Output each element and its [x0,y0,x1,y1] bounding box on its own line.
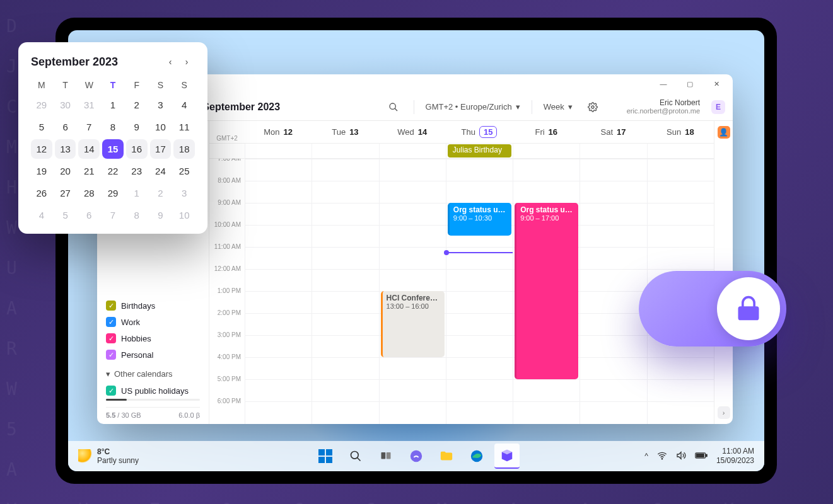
proton-calendar-icon[interactable] [494,444,520,469]
mini-cal-day[interactable]: 3 [150,95,172,115]
mini-cal-day[interactable]: 18 [173,139,195,159]
calendar-item[interactable]: ✓Hobbies [106,330,200,346]
chat-icon[interactable] [404,444,429,469]
mini-cal-day[interactable]: 4 [173,95,195,115]
day-column[interactable]: Org status upd…9:00 – 10:30 [446,159,513,424]
calendar-checkbox[interactable]: ✓ [106,386,116,396]
minimize-button[interactable]: — [651,75,676,93]
maximize-button[interactable]: ▢ [677,75,702,93]
calendar-item[interactable]: ✓Birthdays [106,297,200,314]
mini-cal-day[interactable]: 14 [78,139,100,159]
mini-cal-day[interactable]: 3 [173,183,195,203]
mini-cal-day[interactable]: 2 [150,183,172,203]
calendar-checkbox[interactable]: ✓ [106,350,116,360]
day-header[interactable]: Sun 18 [647,121,714,143]
privacy-lock-toggle[interactable] [639,271,786,346]
calendar-checkbox[interactable]: ✓ [106,333,116,343]
mini-cal-day[interactable]: 6 [78,205,100,225]
tray-chevron-icon[interactable]: ^ [644,452,648,461]
calendar-event[interactable]: Org status upd…9:00 – 10:30 [448,203,511,236]
mini-cal-day[interactable]: 20 [55,161,76,181]
volume-icon[interactable] [676,450,686,462]
day-column[interactable] [580,159,646,424]
mini-cal-day[interactable]: 4 [31,205,52,225]
taskbar-search-icon[interactable] [343,444,368,469]
day-header[interactable]: Wed 14 [379,121,446,143]
mini-cal-day[interactable]: 31 [78,95,100,115]
mini-cal-day[interactable]: 24 [150,161,172,181]
day-column[interactable] [245,159,312,424]
weather-widget[interactable]: 8°C Partly sunny [78,447,139,465]
mini-cal-day[interactable]: 25 [173,161,195,181]
allday-cell[interactable] [245,144,312,158]
mini-cal-day[interactable]: 10 [173,205,195,225]
taskbar-clock[interactable]: 11:00 AM 15/09/2023 [716,447,754,466]
allday-cell[interactable] [379,144,446,158]
allday-event[interactable]: Julias Birthday [448,144,511,158]
allday-cell[interactable] [580,144,646,158]
mini-cal-day[interactable]: 12 [31,139,52,159]
day-header[interactable]: Mon 12 [245,121,312,143]
mini-cal-day[interactable]: 17 [150,139,172,159]
day-header[interactable]: Sat 17 [580,121,646,143]
edge-icon[interactable] [464,444,489,469]
search-icon[interactable] [385,98,402,116]
mini-cal-day[interactable]: 7 [78,117,100,137]
day-header[interactable]: Thu 15 [446,121,513,143]
close-button[interactable]: ✕ [704,75,729,93]
calendar-item[interactable]: ✓Personal [106,346,200,363]
calendar-checkbox[interactable]: ✓ [106,301,116,311]
mini-cal-day[interactable]: 19 [31,161,52,181]
other-calendars-header[interactable]: ▾ Other calendars [106,369,200,379]
mini-cal-day[interactable]: 28 [78,183,100,203]
mini-cal-day[interactable]: 7 [102,205,124,225]
mini-cal-day[interactable]: 13 [55,139,76,159]
day-column[interactable]: HCI Conference13:00 – 16:00 [379,159,446,424]
day-column[interactable] [312,159,378,424]
mini-cal-day[interactable]: 11 [173,117,195,137]
mini-cal-day[interactable]: 10 [150,117,172,137]
mini-cal-day[interactable]: 22 [102,161,124,181]
mini-cal-day[interactable]: 16 [126,139,148,159]
calendar-checkbox[interactable]: ✓ [106,317,116,327]
allday-cell[interactable]: Julias Birthday [446,144,513,158]
mini-cal-day[interactable]: 27 [55,183,76,203]
calendar-item[interactable]: ✓Work [106,314,200,330]
allday-cell[interactable] [647,144,714,158]
mini-cal-day[interactable]: 6 [55,117,76,137]
day-header[interactable]: Tue 13 [312,121,378,143]
allday-cell[interactable] [312,144,378,158]
timezone-selector[interactable]: GMT+2 • Europe/Zurich ▾ [426,102,520,112]
calendar-item[interactable]: ✓US public holidays [106,382,200,399]
wifi-icon[interactable] [657,450,667,462]
mini-cal-day[interactable]: 9 [126,117,148,137]
task-view-icon[interactable] [373,444,399,469]
mini-calendar-next[interactable]: › [178,54,195,70]
mini-cal-day[interactable]: 29 [31,95,52,115]
mini-cal-day[interactable]: 1 [102,95,124,115]
collapse-rail-button[interactable]: › [718,406,730,419]
allday-cell[interactable] [513,144,580,158]
mini-cal-day[interactable]: 30 [55,95,76,115]
avatar[interactable]: E [711,100,725,114]
mini-cal-day[interactable]: 26 [31,183,52,203]
mini-cal-day[interactable]: 21 [78,161,100,181]
mini-cal-day[interactable]: 29 [102,183,124,203]
mini-cal-day[interactable]: 15 [102,139,124,159]
day-header[interactable]: Fri 16 [513,121,580,143]
mini-cal-day[interactable]: 5 [31,117,52,137]
mini-calendar-prev[interactable]: ‹ [162,54,178,70]
start-button[interactable] [313,444,338,469]
mini-cal-day[interactable]: 23 [126,161,148,181]
mini-cal-day[interactable]: 8 [102,117,124,137]
battery-icon[interactable] [695,452,708,461]
view-selector[interactable]: Week ▾ [544,102,573,112]
calendar-event[interactable]: HCI Conference13:00 – 16:00 [381,291,445,357]
day-column[interactable]: Org status upd…9:00 – 17:00 [513,159,580,424]
calendar-event[interactable]: Org status upd…9:00 – 17:00 [515,203,578,379]
user-info[interactable]: Eric Norbert eric.norbert@proton.me [627,98,700,116]
mini-cal-day[interactable]: 9 [150,205,172,225]
mini-cal-day[interactable]: 1 [126,183,148,203]
mini-cal-day[interactable]: 8 [126,205,148,225]
mini-cal-day[interactable]: 2 [126,95,148,115]
